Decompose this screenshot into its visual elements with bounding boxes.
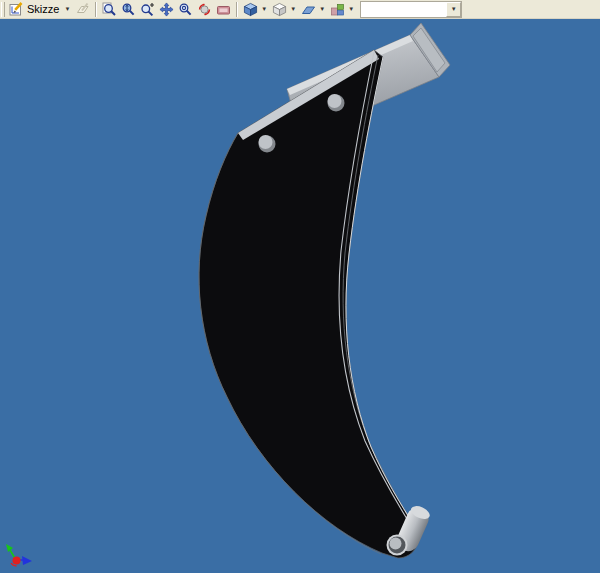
pan-button[interactable] [157, 1, 176, 18]
view-orientation-cube-icon [243, 2, 258, 17]
display-style-button[interactable]: ▼ [270, 1, 299, 18]
appearance-dropdown-arrow-icon[interactable]: ▼ [347, 6, 355, 12]
standard-views-button[interactable] [214, 1, 233, 18]
appearance-icon [330, 2, 345, 17]
appearance-button[interactable]: ▼ [328, 1, 357, 18]
app-window: Skizze ▼ [0, 0, 600, 573]
display-style-dropdown-arrow-icon[interactable]: ▼ [289, 6, 297, 12]
section-view-button[interactable]: ▼ [299, 1, 328, 18]
zoom-area-icon [140, 2, 155, 17]
coordinate-triad [2, 533, 42, 573]
toolbar-separator [95, 2, 97, 17]
view-combo-box[interactable]: ▼ [360, 1, 462, 18]
part-hole-tip[interactable] [387, 535, 408, 556]
section-view-plane-icon [301, 3, 316, 16]
pan-icon [159, 2, 174, 17]
sketch-modify-button[interactable] [73, 1, 92, 18]
sketch-dropdown-arrow-icon[interactable]: ▼ [63, 6, 71, 12]
standard-views-icon [216, 2, 231, 17]
zoom-area-button[interactable] [138, 1, 157, 18]
zoom-in-out-button[interactable] [119, 1, 138, 18]
sketch-icon [9, 2, 23, 16]
zoom-selection-icon [178, 2, 193, 17]
sketch-button[interactable]: Skizze ▼ [7, 1, 73, 18]
cad-part-curved-blade[interactable] [0, 19, 600, 573]
part-blade-body[interactable] [199, 50, 418, 558]
rotate-view-icon [197, 2, 212, 17]
x-axis-arrow [11, 557, 21, 567]
view-orientation-button[interactable]: ▼ [241, 1, 270, 18]
combo-dropdown-arrow-icon: ▼ [450, 6, 458, 12]
sketch-button-label: Skizze [25, 3, 61, 15]
zoom-selection-button[interactable] [176, 1, 195, 18]
section-view-dropdown-arrow-icon[interactable]: ▼ [318, 6, 326, 12]
view-combo-dropdown-button[interactable]: ▼ [446, 2, 461, 17]
zoom-to-fit-button[interactable] [100, 1, 119, 18]
toolbar-separator [236, 2, 238, 17]
toolbar: Skizze ▼ [0, 0, 600, 19]
toolbar-grip[interactable] [1, 2, 5, 17]
display-style-cube-icon [272, 2, 287, 17]
zoom-to-fit-icon [102, 2, 117, 17]
rotate-view-button[interactable] [195, 1, 214, 18]
graphics-viewport[interactable] [0, 19, 600, 573]
sketch-modify-icon-disabled [75, 2, 90, 16]
view-orientation-dropdown-arrow-icon[interactable]: ▼ [260, 6, 268, 12]
zoom-in-out-icon [121, 2, 136, 17]
